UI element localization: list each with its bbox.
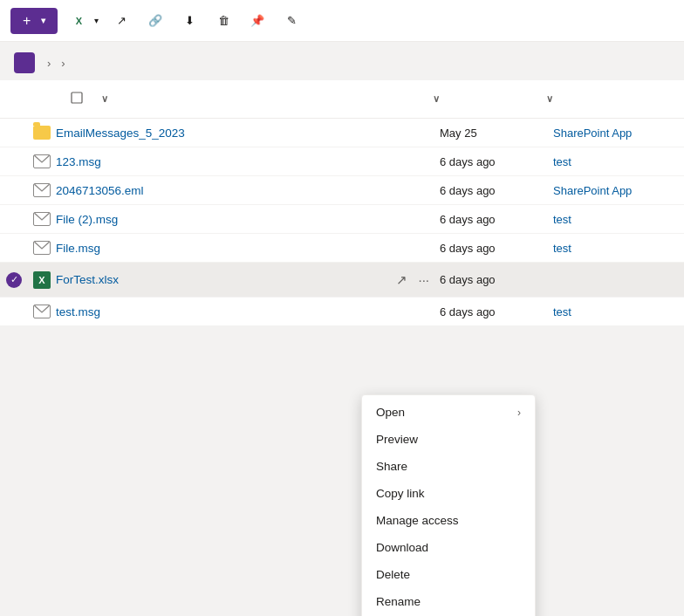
context-menu-item-label: Delete [376,568,410,581]
table-row[interactable]: 123.msg6 days agotest [0,147,684,176]
breadcrumb: › › [0,42,684,80]
share-button[interactable]: ↗ [107,9,140,33]
table-row[interactable]: test.msg6 days agotest [0,298,684,326]
file-name[interactable]: ForTest.xlsx [56,273,393,286]
email-icon [33,212,51,226]
file-name[interactable]: EmailMessages_5_2023 [56,127,440,140]
chevron-down-icon: ▾ [41,16,45,25]
modified-date: 6 days ago [440,213,553,226]
user-avatar [14,52,35,73]
context-menu-item-label: Copy link [376,487,425,500]
context-menu-item[interactable]: Rename [362,588,535,615]
modified-by-user[interactable]: SharePoint App [553,184,684,197]
breadcrumb-sep-2: › [61,57,65,70]
file-type-icon [28,305,56,318]
file-list-wrapper: ∨ ∨ ∨ EmailMessages_5_2023May 25SharePoi… [0,80,684,326]
delete-icon: 🗑 [216,14,230,28]
modified-by-user[interactable]: test [553,213,684,226]
share-icon: ↗ [114,14,128,28]
pin-icon: 📌 [250,14,264,28]
file-name[interactable]: File (2).msg [56,213,440,226]
header-modified-by[interactable]: ∨ [543,93,674,105]
toolbar-actions: X ▾ ↗ 🔗 ⬇ 🗑 📌 ✎ [65,9,310,33]
breadcrumb-sep-1: › [47,57,51,70]
header-modified[interactable]: ∨ [429,93,543,105]
copy-link-button[interactable]: 🔗 [141,9,174,33]
file-name-text: 2046713056.eml [56,184,144,197]
download-button[interactable]: ⬇ [175,9,208,33]
file-name-text: test.msg [56,305,100,318]
context-menu-item[interactable]: Preview [362,426,535,453]
email-icon [33,183,51,197]
file-type-icon [28,183,56,197]
email-icon [33,241,51,255]
file-name-text: EmailMessages_5_2023 [56,127,185,140]
header-type-icon [70,91,98,107]
file-name-text: File.msg [56,242,100,255]
modified-date: 6 days ago [440,305,553,318]
open-chevron-icon: ▾ [94,16,99,25]
link-icon: 🔗 [148,14,162,28]
modified-by-user[interactable]: test [553,305,684,318]
context-menu: Open › Preview Share Copy link Manage ac… [361,394,536,616]
more-options-button[interactable]: ··· [414,270,433,290]
file-name[interactable]: test.msg [56,305,440,318]
plus-icon: + [23,13,31,29]
check-icon: ✓ [6,272,22,288]
modified-by-user[interactable]: test [553,242,684,255]
file-type-icon [28,241,56,255]
context-menu-item-label: Open [376,406,405,419]
row-checkbox[interactable]: ✓ [0,272,28,288]
context-menu-item[interactable]: Manage access [362,507,535,534]
excel-icon: X [33,271,51,289]
open-button[interactable]: X ▾ [65,9,106,33]
download-icon: ⬇ [182,14,196,28]
context-menu-item-label: Download [376,541,428,554]
modified-by-user[interactable]: SharePoint App [553,127,684,140]
modified-by-user[interactable]: test [553,155,684,168]
context-menu-item-label: Manage access [376,514,459,527]
submenu-arrow-icon: › [517,407,521,419]
context-menu-item[interactable]: Copy link [362,480,535,507]
new-button[interactable]: + ▾ [10,8,58,34]
file-type-icon [28,154,56,168]
file-type-icon [28,126,56,140]
file-name-text: 123.msg [56,155,101,168]
context-menu-item[interactable]: Delete [362,561,535,588]
folder-icon [33,126,51,140]
modified-date: 6 days ago [440,184,553,197]
context-menu-item[interactable]: Download [362,534,535,561]
rename-button[interactable]: ✎ [277,9,310,33]
modified-date: 6 days ago [440,242,553,255]
context-menu-item[interactable]: Share [362,453,535,480]
file-name-text: ForTest.xlsx [56,273,119,286]
file-type-icon: X [28,271,56,289]
file-name[interactable]: File.msg [56,242,440,255]
modified-date: May 25 [440,127,553,140]
pin-to-top-button[interactable]: 📌 [243,9,276,33]
row-actions: ↗ ··· [393,270,433,290]
svg-rect-0 [72,92,82,103]
table-row[interactable]: File (2).msg6 days agotest [0,205,684,234]
delete-button[interactable]: 🗑 [209,9,242,33]
share-row-button[interactable]: ↗ [393,270,411,290]
table-row[interactable]: 2046713056.eml6 days agoSharePoint App [0,176,684,205]
header-name[interactable]: ∨ [98,93,429,105]
file-name[interactable]: 123.msg [56,155,440,168]
modified-sort-icon: ∨ [433,93,440,105]
file-type-icon [28,212,56,226]
context-menu-item-label: Preview [376,433,418,446]
file-name[interactable]: 2046713056.eml [56,184,440,197]
header-row: ∨ ∨ ∨ [70,84,684,114]
table-row[interactable]: File.msg6 days agotest [0,234,684,263]
email-icon [33,154,51,168]
file-name-text: File (2).msg [56,213,118,226]
context-menu-item[interactable]: Open › [362,399,535,426]
table-row[interactable]: ✓XForTest.xlsx ↗ ··· 6 days ago [0,263,684,298]
modified-by-sort-icon: ∨ [546,93,553,105]
toolbar: + ▾ X ▾ ↗ 🔗 ⬇ 🗑 📌 ✎ [0,0,684,42]
modified-date: 6 days ago [440,155,553,168]
table-row[interactable]: EmailMessages_5_2023May 25SharePoint App [0,119,684,147]
email-icon [33,305,51,318]
file-list-header: ∨ ∨ ∨ [0,80,684,119]
